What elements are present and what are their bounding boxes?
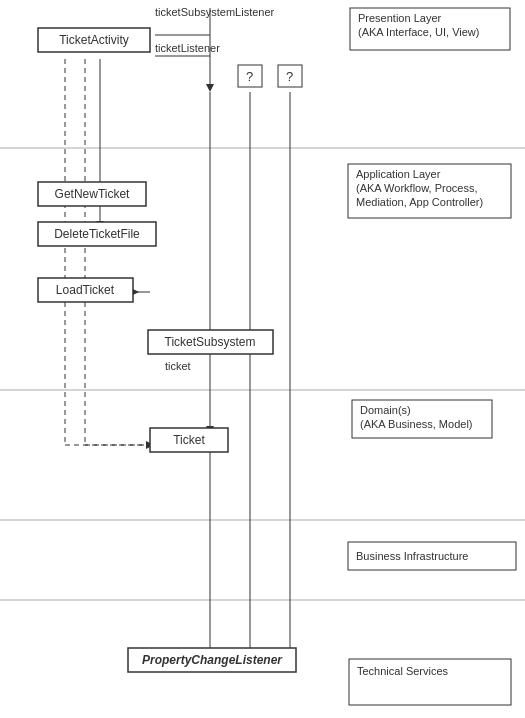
note-application-line1: Application Layer — [356, 168, 441, 180]
note-business-line1: Business Infrastructure — [356, 550, 469, 562]
note-application-line2: (AKA Workflow, Process, — [356, 182, 477, 194]
svg-marker-6 — [206, 84, 214, 92]
node-PropertyChangeListener: PropertyChangeListener — [142, 653, 283, 667]
diagram-svg: ticketSubsystemListener ticketListener t… — [0, 0, 525, 718]
node-LoadTicket: LoadTicket — [56, 283, 115, 297]
note-domain-line1: Domain(s) — [360, 404, 411, 416]
node-DeleteTicketFile: DeleteTicketFile — [54, 227, 140, 241]
node-TicketSubsystem: TicketSubsystem — [165, 335, 256, 349]
note-domain-line2: (AKA Business, Model) — [360, 418, 473, 430]
note-presentation-line2: (AKA Interface, UI, View) — [358, 26, 479, 38]
label-ticketSubsystemListener: ticketSubsystemListener — [155, 6, 275, 18]
qmark1: ? — [246, 69, 253, 84]
note-presentation-line1: Presention Layer — [358, 12, 441, 24]
label-ticketListener: ticketListener — [155, 42, 220, 54]
note-application-line3: Mediation, App Controller) — [356, 196, 483, 208]
node-TicketActivity: TicketActivity — [59, 33, 129, 47]
note-technical-line1: Technical Services — [357, 665, 449, 677]
node-GetNewTicket: GetNewTicket — [55, 187, 131, 201]
diagram-container: ticketSubsystemListener ticketListener t… — [0, 0, 525, 718]
node-Ticket: Ticket — [173, 433, 205, 447]
label-ticket: ticket — [165, 360, 191, 372]
qmark2: ? — [286, 69, 293, 84]
